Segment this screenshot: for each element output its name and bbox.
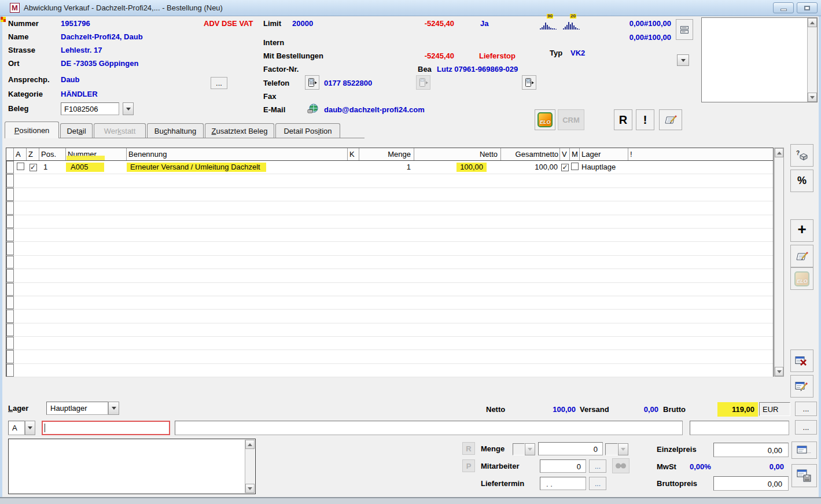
row-selector[interactable]	[6, 283, 14, 296]
edit-position-button[interactable]	[790, 375, 813, 398]
header-pos[interactable]: Pos.	[39, 148, 66, 160]
cell-nummer[interactable]: A005	[66, 161, 127, 174]
discount-button[interactable]: %	[790, 170, 813, 192]
cell-a[interactable]	[14, 161, 27, 174]
table-empty-row[interactable]	[6, 229, 773, 242]
row-selector[interactable]	[6, 229, 14, 241]
row-selector[interactable]	[6, 188, 14, 201]
currency-more-button[interactable]: ...	[795, 402, 817, 416]
cell-menge[interactable]: 1	[359, 161, 414, 174]
dial-phone-button[interactable]	[305, 75, 319, 90]
header-gesamtnetto[interactable]: Gesamtnetto	[501, 148, 560, 160]
notes-scrollbar[interactable]	[807, 18, 817, 102]
cell-v[interactable]: ✓	[560, 161, 570, 174]
postype-dropdown-button[interactable]	[25, 421, 35, 435]
table-empty-row[interactable]	[6, 242, 773, 255]
scroll-down-button[interactable]	[245, 484, 255, 493]
einzelpreis-input[interactable]: 0,00	[713, 443, 789, 457]
table-empty-row[interactable]	[6, 310, 773, 323]
contact-more-button[interactable]: ...	[211, 77, 227, 89]
cell-k[interactable]	[348, 161, 359, 174]
price-list-button[interactable]: ...	[791, 442, 817, 459]
row-selector[interactable]	[6, 201, 14, 214]
liefertermin-more-button[interactable]: ...	[589, 477, 606, 490]
list-view-button[interactable]	[676, 19, 693, 40]
restore-button[interactable]	[797, 2, 818, 13]
header-benennung[interactable]: Benennung	[127, 148, 348, 160]
checkbox-z[interactable]: ✓	[30, 164, 37, 171]
table-row[interactable]: ✓ 1 A005 Erneuter Versand / Umleitung Da…	[6, 161, 773, 174]
row-selector[interactable]	[6, 174, 14, 187]
currency-field[interactable]: EUR	[759, 402, 790, 416]
cell-benennung[interactable]: Erneuter Versand / Umleitung Dachzelt	[127, 161, 348, 174]
cell-netto[interactable]: 100,00	[414, 161, 501, 174]
header-lager[interactable]: Lager	[580, 148, 628, 160]
table-scrollbar[interactable]	[774, 148, 784, 377]
scroll-down-button[interactable]	[808, 93, 817, 102]
save-position-button[interactable]	[791, 464, 817, 487]
scroll-up-button[interactable]	[808, 18, 817, 27]
tab-zusatztext-beleg[interactable]: Zusatztext Beleg	[205, 123, 274, 138]
article-more-button[interactable]: ...	[795, 420, 817, 435]
row-selector[interactable]	[6, 269, 14, 282]
scroll-down-button[interactable]	[775, 367, 783, 376]
tab-positionen[interactable]: Positionen	[5, 122, 59, 138]
add-position-button[interactable]: +	[790, 219, 813, 242]
tab-buchhaltung[interactable]: Buchhaltung	[147, 123, 204, 138]
note-edit-button[interactable]	[659, 109, 682, 130]
longtext-scrollbar[interactable]	[245, 440, 255, 493]
row-selector[interactable]	[6, 242, 14, 255]
cell-m[interactable]	[570, 161, 580, 174]
lager-combobox[interactable]: Hauptlager	[46, 402, 108, 415]
notes-listbox[interactable]	[701, 17, 818, 102]
header-excl[interactable]: !	[628, 148, 773, 160]
table-empty-row[interactable]	[6, 283, 773, 296]
cell-gesamtnetto[interactable]: 100,00	[501, 161, 560, 174]
send-email-button[interactable]	[306, 102, 319, 115]
cell-lager[interactable]: Hauptlage	[580, 161, 628, 174]
row-selector[interactable]	[6, 323, 14, 336]
table-empty-row[interactable]	[6, 201, 773, 215]
row-selector[interactable]	[6, 337, 14, 350]
delete-position-button[interactable]	[790, 350, 813, 372]
row-selector[interactable]	[6, 256, 14, 268]
table-empty-row[interactable]	[6, 296, 773, 310]
header-k[interactable]: K	[348, 148, 359, 160]
header-v[interactable]: V	[560, 148, 570, 160]
dial-phone3-button[interactable]	[522, 75, 536, 90]
tab-detail-position[interactable]: Detail Position	[275, 123, 340, 138]
tab-detail[interactable]: Detail	[60, 123, 93, 138]
row-selector[interactable]	[6, 215, 14, 228]
table-empty-row[interactable]	[6, 188, 773, 201]
edit-text-button[interactable]	[790, 245, 813, 267]
position-longtext-area[interactable]	[8, 439, 256, 494]
rabatt-button[interactable]: R	[614, 109, 632, 130]
header-netto[interactable]: Netto	[414, 148, 501, 160]
scroll-up-button[interactable]	[775, 148, 783, 157]
cell-excl[interactable]	[628, 161, 773, 174]
table-empty-row[interactable]	[6, 350, 773, 363]
bruttopreis-input[interactable]: 0,00	[713, 476, 789, 491]
article-extra-input[interactable]	[690, 421, 789, 435]
table-empty-row[interactable]	[6, 364, 773, 377]
lager-dropdown-button[interactable]	[108, 402, 119, 415]
beleg-combobox[interactable]: F1082506	[61, 102, 119, 115]
header-menge[interactable]: Menge	[359, 148, 414, 160]
article-search-button[interactable]: ?	[790, 144, 813, 167]
row-selector[interactable]	[6, 350, 14, 363]
cell-z[interactable]: ✓	[27, 161, 39, 174]
checkbox-m[interactable]	[571, 163, 579, 170]
scroll-up-button[interactable]	[245, 440, 255, 449]
header-nummer[interactable]: Nummer	[66, 148, 127, 160]
table-empty-row[interactable]	[6, 215, 773, 229]
menge-input[interactable]: 0	[538, 442, 603, 455]
row-selector[interactable]	[6, 310, 14, 322]
liefertermin-input[interactable]: . .	[540, 477, 586, 490]
article-number-input[interactable]	[42, 421, 170, 435]
minimize-button[interactable]	[773, 2, 794, 13]
table-empty-row[interactable]	[6, 323, 773, 337]
typ-dropdown-button[interactable]	[677, 54, 689, 66]
table-empty-row[interactable]	[6, 337, 773, 350]
header-m[interactable]: M	[570, 148, 580, 160]
mitarbeiter-more-button[interactable]: ...	[589, 459, 606, 473]
